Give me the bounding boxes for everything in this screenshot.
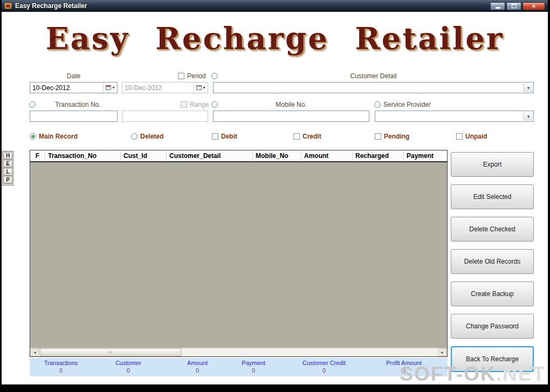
- page-title: Easy Recharge Retailer: [2, 20, 548, 56]
- main-record-label: Main Record: [39, 133, 78, 140]
- transaction-no-radio[interactable]: [29, 101, 36, 108]
- summary-value: 0: [115, 367, 141, 374]
- delete-checked-button[interactable]: Delete Checked: [451, 217, 534, 242]
- credit-checkbox[interactable]: [293, 133, 300, 140]
- service-provider-combobox[interactable]: ▾: [375, 111, 534, 122]
- service-provider-label: Service Provider: [383, 101, 431, 108]
- column-header-transaction-no[interactable]: Transaction_No: [45, 150, 121, 162]
- pending-checkbox[interactable]: [375, 133, 381, 140]
- chevron-down-icon[interactable]: ▾: [524, 83, 533, 92]
- period-label: Period: [187, 72, 206, 80]
- range-label: Range: [190, 101, 209, 108]
- summary-value: 0: [242, 367, 265, 374]
- transaction-no-label: Transaction No.: [38, 101, 118, 108]
- chevron-down-icon[interactable]: ▾: [524, 112, 533, 121]
- scroll-right-icon[interactable]: ►: [438, 348, 447, 356]
- summary-label: Customer: [115, 360, 141, 366]
- summary-transactions: Transactions 0: [44, 360, 78, 374]
- pending-label: Pending: [384, 133, 409, 140]
- export-button[interactable]: Export: [451, 152, 534, 177]
- window-controls: ×: [490, 2, 545, 10]
- help-letter: L: [3, 168, 12, 176]
- scrollbar-thumb[interactable]: [40, 348, 181, 356]
- date-from-value: 10-Dec-2012: [32, 84, 70, 92]
- column-header-customer-detail[interactable]: Customer_Detail: [167, 150, 253, 162]
- debit-checkbox[interactable]: [212, 133, 218, 140]
- titlebar: Easy Recharge Retailer ×: [2, 0, 548, 12]
- minimize-button[interactable]: [490, 2, 505, 10]
- scroll-left-icon[interactable]: ◄: [30, 348, 39, 356]
- column-header-cust-id[interactable]: Cust_Id: [121, 150, 167, 162]
- summary-bar: Transactions 0 Customer 0 Amount 0 Payme…: [30, 358, 448, 376]
- column-header-f[interactable]: F: [30, 150, 45, 162]
- column-header-payment[interactable]: Payment: [404, 150, 447, 162]
- watermark: SOFT-OK.NET: [400, 363, 546, 386]
- period-checkbox[interactable]: [178, 73, 184, 79]
- chevron-down-icon: ▾: [203, 86, 205, 90]
- mobile-no-input[interactable]: [213, 111, 369, 122]
- create-backup-button[interactable]: Create Backup: [451, 281, 534, 306]
- maximize-icon: [512, 4, 517, 8]
- summary-label: Customer Credit: [302, 360, 346, 366]
- watermark-text: SOFT-OK: [400, 363, 496, 385]
- column-header-mobile-no[interactable]: Mobile_No: [253, 150, 301, 162]
- app-icon: [4, 3, 12, 9]
- help-button[interactable]: H E L P: [2, 151, 13, 185]
- date-label: Date: [30, 72, 118, 80]
- customer-detail-label: Customer Detail: [213, 72, 534, 80]
- close-icon: ×: [532, 3, 535, 9]
- date-to-dropdown-button: ▾: [194, 82, 208, 93]
- summary-customer: Customer 0: [115, 360, 141, 374]
- main-record-radio[interactable]: [30, 133, 36, 140]
- transaction-no-input[interactable]: [30, 111, 118, 122]
- screen: Easy Recharge Retailer × Easy Recharge R…: [0, 0, 550, 392]
- date-from-dropdown-button[interactable]: ▾: [103, 82, 117, 93]
- change-password-button[interactable]: Change Password: [451, 314, 534, 339]
- service-provider-radio[interactable]: [374, 101, 381, 108]
- app-window: Easy Recharge Retailer × Easy Recharge R…: [2, 0, 548, 384]
- unpaid-label: Unpaid: [465, 133, 487, 140]
- deleted-label: Deleted: [140, 133, 163, 140]
- mobile-no-label: Mobile No.: [213, 101, 369, 108]
- horizontal-scrollbar[interactable]: ◄ ►: [30, 348, 447, 356]
- window-title: Easy Recharge Retailer: [15, 2, 87, 10]
- date-picker-to: 10-Dec-2012 ▾: [122, 82, 208, 93]
- calendar-icon: [106, 85, 111, 90]
- edit-selected-button[interactable]: Edit Selected: [451, 184, 534, 209]
- grid-header: F Transaction_No Cust_Id Customer_Detail…: [30, 150, 447, 162]
- range-input: [122, 111, 208, 122]
- range-checkbox: [181, 101, 187, 108]
- summary-label: Transactions: [44, 360, 78, 366]
- date-to-value: 10-Dec-2012: [125, 84, 162, 92]
- deleted-radio[interactable]: [131, 133, 138, 140]
- credit-label: Credit: [302, 133, 321, 140]
- delete-old-records-button[interactable]: Delete Old Records: [451, 249, 534, 274]
- summary-amount: Amount 0: [187, 360, 208, 374]
- unpaid-checkbox[interactable]: [456, 133, 463, 140]
- customer-detail-combobox[interactable]: ▾: [213, 82, 534, 93]
- calendar-icon: [196, 85, 202, 90]
- watermark-text: .NET: [496, 363, 546, 385]
- summary-label: Payment: [242, 360, 265, 366]
- summary-value: 0: [44, 367, 78, 374]
- help-letter: P: [3, 176, 12, 184]
- summary-label: Amount: [187, 360, 208, 366]
- close-button[interactable]: ×: [522, 2, 545, 10]
- date-picker-from[interactable]: 10-Dec-2012 ▾: [30, 82, 118, 93]
- summary-value: 0: [187, 367, 208, 374]
- chevron-down-icon: ▾: [112, 86, 114, 90]
- client-area: Easy Recharge Retailer Date Period Custo…: [2, 12, 548, 384]
- summary-value: 0: [302, 367, 346, 374]
- column-header-amount[interactable]: Amount: [301, 150, 353, 162]
- help-letter: E: [3, 160, 12, 168]
- summary-payment: Payment 0: [242, 360, 265, 374]
- summary-customer-credit: Customer Credit 0: [302, 360, 346, 374]
- column-header-recharged[interactable]: Recharged: [353, 150, 404, 162]
- grid-body-empty: [30, 162, 447, 348]
- debit-label: Debit: [221, 133, 237, 140]
- maximize-button[interactable]: [506, 2, 521, 10]
- records-grid: F Transaction_No Cust_Id Customer_Detail…: [30, 150, 448, 357]
- minimize-icon: [496, 7, 500, 9]
- help-letter: H: [3, 152, 12, 160]
